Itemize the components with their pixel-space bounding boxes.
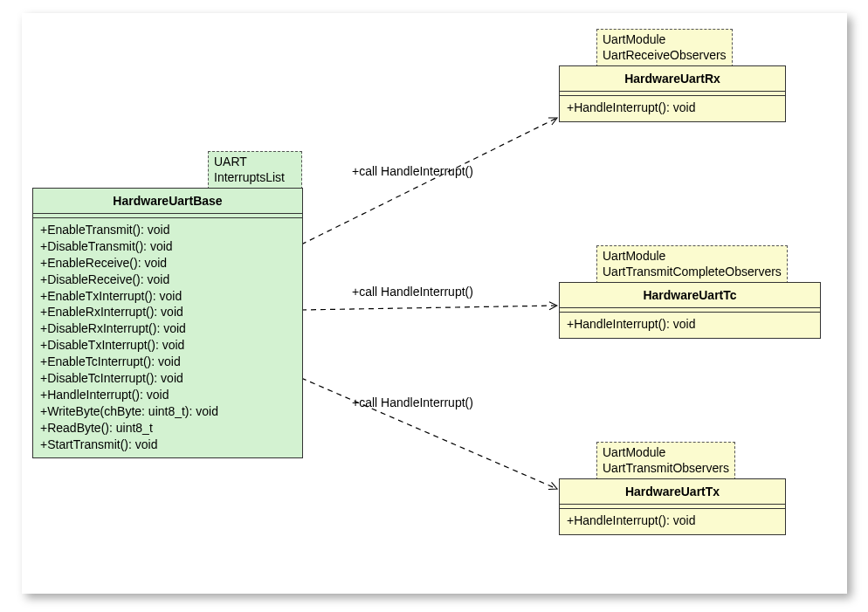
method-entry: +EnableTxInterrupt(): void <box>40 288 297 305</box>
class-header: HardwareUartRx <box>560 66 785 92</box>
class-hardware-uart-tc: HardwareUartTc +HandleInterrupt(): void <box>559 282 821 339</box>
method-entry: +HandleInterrupt(): void <box>567 316 815 333</box>
assoc-label-tc: +call HandleInterrupt() <box>352 285 473 299</box>
method-entry: +EnableTransmit(): void <box>40 222 297 238</box>
method-entry: +DisableTxInterrupt(): void <box>40 337 297 354</box>
template-tab-tc: UartModule UartTransmitCompleteObservers <box>596 245 788 284</box>
method-entry: +DisableReceive(): void <box>40 272 297 288</box>
diagram-frame: UART InterruptsList HardwareUartBase +En… <box>22 13 847 594</box>
assoc-label-rx: +call HandleInterrupt() <box>352 164 473 178</box>
class-methods-list: +HandleInterrupt(): void <box>560 313 820 338</box>
class-hardware-uart-tx: HardwareUartTx +HandleInterrupt(): void <box>559 478 786 535</box>
method-entry: +EnableReceive(): void <box>40 255 297 272</box>
method-entry: +DisableTransmit(): void <box>40 238 297 255</box>
method-entry: +HandleInterrupt(): void <box>40 387 297 403</box>
class-methods-list: +EnableTransmit(): void+DisableTransmit(… <box>33 218 302 457</box>
class-methods-list: +HandleInterrupt(): void <box>560 509 785 534</box>
method-entry: +HandleInterrupt(): void <box>567 100 780 116</box>
svg-line-1 <box>301 306 557 310</box>
template-tab-base: UART InterruptsList <box>208 151 302 189</box>
class-header: HardwareUartTx <box>560 479 785 505</box>
svg-line-0 <box>301 118 557 244</box>
assoc-label-tx: +call HandleInterrupt() <box>352 395 473 409</box>
method-entry: +EnableRxInterrupt(): void <box>40 304 297 320</box>
method-entry: +StartTransmit(): void <box>40 437 297 453</box>
class-hardware-uart-base: HardwareUartBase +EnableTransmit(): void… <box>32 188 303 458</box>
template-tab-tx: UartModule UartTransmitObservers <box>596 442 735 480</box>
class-header: HardwareUartTc <box>560 283 820 308</box>
method-entry: +EnableTcInterrupt(): void <box>40 354 297 370</box>
method-entry: +HandleInterrupt(): void <box>567 512 780 529</box>
diagram-canvas: UART InterruptsList HardwareUartBase +En… <box>0 0 868 612</box>
method-entry: +ReadByte(): uint8_t <box>40 420 297 437</box>
class-methods-list: +HandleInterrupt(): void <box>560 96 785 121</box>
method-entry: +WriteByte(chByte: uint8_t): void <box>40 403 297 420</box>
class-hardware-uart-rx: HardwareUartRx +HandleInterrupt(): void <box>559 65 786 122</box>
method-entry: +DisableTcInterrupt(): void <box>40 370 297 387</box>
method-entry: +DisableRxInterrupt(): void <box>40 320 297 337</box>
class-header: HardwareUartBase <box>33 189 302 214</box>
template-tab-rx: UartModule UartReceiveObservers <box>596 29 733 67</box>
